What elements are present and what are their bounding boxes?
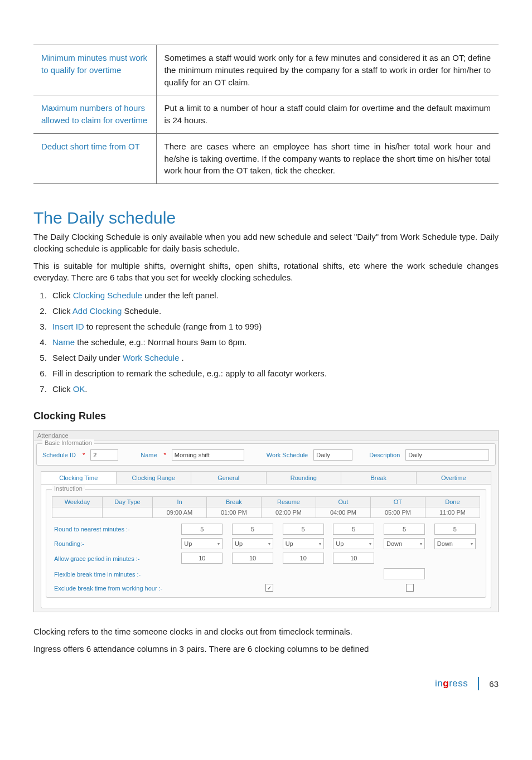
attendance-screenshot: Attendance Basic Information Schedule ID… xyxy=(33,430,499,612)
round-resume[interactable]: 5 xyxy=(283,524,324,535)
col-weekday[interactable]: Weekday xyxy=(52,497,103,507)
grace-in[interactable]: 10 xyxy=(181,553,223,564)
exclude-label: Exclude break time from working hour :- xyxy=(52,585,186,592)
round-out[interactable]: 5 xyxy=(333,524,374,535)
closing-2: Ingress offers 6 attendance columns in 3… xyxy=(33,643,499,655)
chevron-down-icon: ▾ xyxy=(217,541,220,546)
time-in[interactable]: 09:00 AM xyxy=(153,507,207,518)
col-done[interactable]: Done xyxy=(425,497,480,507)
subheading: Clocking Rules xyxy=(33,410,499,422)
row0-desc: Sometimes a staff would work only for a … xyxy=(156,45,499,95)
tab-overtime[interactable]: Overtime xyxy=(416,471,492,485)
step-3: Insert ID to represent the schedule (ran… xyxy=(49,320,499,333)
required-icon: * xyxy=(83,452,85,458)
col-ot[interactable]: OT xyxy=(370,497,425,507)
exclude-checkbox-2[interactable] xyxy=(406,584,414,592)
tab-clocking-time[interactable]: Clocking Time xyxy=(41,471,117,485)
name-label: Name xyxy=(141,452,157,458)
step-6: Fill in description to remark the schedu… xyxy=(49,367,499,380)
chevron-down-icon: ▾ xyxy=(268,541,270,546)
instruction-fieldset: Instruction Weekday Day Type In Break Re… xyxy=(46,489,486,598)
step-1: Click Clocking Schedule under the left p… xyxy=(49,289,499,302)
rounding-in[interactable]: Up▾ xyxy=(181,538,223,549)
round-ot[interactable]: 5 xyxy=(384,524,425,535)
time-done[interactable]: 11:00 PM xyxy=(425,507,480,518)
chevron-down-icon: ▾ xyxy=(420,541,422,546)
rounding-break[interactable]: Up▾ xyxy=(232,538,273,549)
time-break[interactable]: 01:00 PM xyxy=(206,507,261,518)
row1-desc: Put a limit to a number of hour a staff … xyxy=(156,95,499,134)
basic-info-legend: Basic Information xyxy=(42,439,94,446)
clocking-grid: Weekday Day Type In Break Resume Out OT … xyxy=(52,496,480,518)
round-break[interactable]: 5 xyxy=(232,524,273,535)
schedule-id-input[interactable]: 2 xyxy=(90,449,118,461)
tab-clocking-range[interactable]: Clocking Range xyxy=(116,471,192,485)
description-input[interactable]: Daily xyxy=(405,449,489,461)
tab-rounding[interactable]: Rounding xyxy=(266,471,342,485)
exclude-checkbox-1[interactable]: ✓ xyxy=(265,584,273,592)
row1-label: Maximum numbers of hours allowed to clai… xyxy=(33,95,156,134)
rounding-ot[interactable]: Down▾ xyxy=(384,538,425,549)
tab-content: Instruction Weekday Day Type In Break Re… xyxy=(41,484,491,608)
row2-desc: There are cases where an employee has sh… xyxy=(156,133,499,183)
rounding-label: Rounding:- xyxy=(52,540,163,547)
tab-break[interactable]: Break xyxy=(341,471,417,485)
work-schedule-input[interactable]: Daily xyxy=(313,449,352,461)
step-4: Name the schedule, e.g.: Normal hours 9a… xyxy=(49,336,499,349)
rounding-resume[interactable]: Up▾ xyxy=(283,538,324,549)
grace-label: Allow grace period in minutes :- xyxy=(52,555,163,562)
instruction-legend: Instruction xyxy=(52,485,85,492)
tab-general[interactable]: General xyxy=(191,471,267,485)
page-footer: ingress 63 xyxy=(33,660,499,690)
grace-break[interactable]: 10 xyxy=(232,553,273,564)
step-5: Select Daily under Work Schedule . xyxy=(49,351,499,365)
col-break[interactable]: Break xyxy=(206,497,261,507)
footer-divider xyxy=(478,677,479,690)
flex-label: Flexible break time in minutes :- xyxy=(52,571,163,578)
chevron-down-icon: ▾ xyxy=(319,541,321,546)
rounding-done[interactable]: Down▾ xyxy=(434,538,476,549)
para-1: The Daily Clocking Schedule is only avai… xyxy=(33,231,499,254)
grace-done xyxy=(434,553,476,564)
round-done[interactable]: 5 xyxy=(434,524,476,535)
chevron-down-icon: ▾ xyxy=(369,541,371,546)
col-daytype[interactable]: Day Type xyxy=(103,497,153,507)
work-schedule-label: Work Schedule xyxy=(267,452,308,458)
rounding-out[interactable]: Up▾ xyxy=(333,538,374,549)
grace-ot xyxy=(384,553,425,564)
round-label: Round to nearest minutes :- xyxy=(52,526,163,533)
schedule-id-label: Schedule ID xyxy=(42,452,76,458)
window-title: Attendance xyxy=(34,430,498,441)
step-7: Click OK. xyxy=(49,383,499,396)
time-out[interactable]: 04:00 PM xyxy=(316,507,370,518)
flex-input[interactable] xyxy=(384,568,425,579)
grace-resume[interactable]: 10 xyxy=(283,553,324,564)
col-resume[interactable]: Resume xyxy=(261,497,316,507)
basic-info-fieldset: Basic Information Schedule ID* 2 Name* M… xyxy=(36,443,496,466)
closing-1: Clocking refers to the time someone cloc… xyxy=(33,626,499,637)
time-resume[interactable]: 02:00 PM xyxy=(261,507,316,518)
step-2: Click Add Clocking Schedule. xyxy=(49,304,499,318)
grace-out[interactable]: 10 xyxy=(333,553,374,564)
round-in[interactable]: 5 xyxy=(181,524,223,535)
time-ot[interactable]: 05:00 PM xyxy=(370,507,425,518)
page-number: 63 xyxy=(489,679,499,689)
tab-strip: Clocking Time Clocking Range General Rou… xyxy=(41,471,491,485)
col-out[interactable]: Out xyxy=(316,497,370,507)
para-2: This is suitable for multiple shifts, ov… xyxy=(33,260,499,283)
required-icon: * xyxy=(164,452,166,458)
name-input[interactable]: Morning shift xyxy=(172,449,244,461)
row2-label: Deduct short time from OT xyxy=(33,133,156,183)
col-in[interactable]: In xyxy=(153,497,207,507)
brand-logo: ingress xyxy=(435,678,468,689)
row0-label: Minimum minutes must work to qualify for… xyxy=(33,45,156,95)
section-heading: The Daily schedule xyxy=(33,209,499,227)
steps-list: Click Clocking Schedule under the left p… xyxy=(33,289,499,396)
description-label: Description xyxy=(369,452,400,458)
chevron-down-icon: ▾ xyxy=(471,541,473,546)
settings-table: Minimum minutes must work to qualify for… xyxy=(33,45,499,184)
